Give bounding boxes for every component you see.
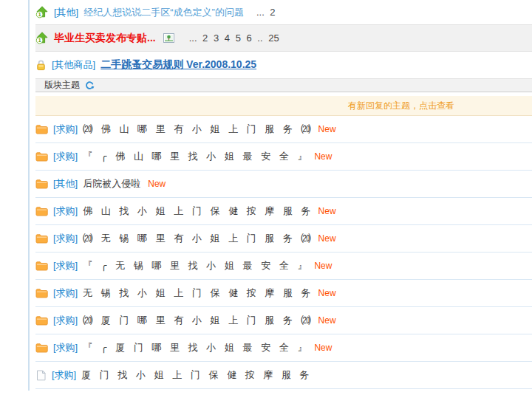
sticky-thread-row: 1 [其他] 经纪人想说说二手区“成色定义”的问题 ... 2 [35,0,532,24]
pagination-links[interactable]: ... 2 [256,7,276,18]
sticky-thread-row: [其他商品] 二手跳蚤交易规则 Ver.2008.10.25 [35,52,532,78]
thread-category-tag[interactable]: [求购] [53,259,78,272]
thread-title-link[interactable]: ⒇ 无 锡 哪 里 有 小 姐 上 门 服 务 ⒇ [83,232,310,245]
section-bar: 版块主题 [35,78,532,92]
svg-text:1: 1 [38,38,41,43]
section-title: 版块主题 [44,79,80,92]
thread-title-link[interactable]: 『 ╭ 无 锡 哪 里 找 小 姐 最 安 全 』 [83,259,307,272]
thread-title-link[interactable]: 经纪人想说说二手区“成色定义”的问题 [83,6,244,19]
new-replies-notice-text[interactable]: 有新回复的主题，点击查看 [348,100,454,112]
folder-new-icon [35,206,48,216]
thread-row: [其他] 后院被入侵啦 New [35,171,532,198]
thread-category-tag[interactable]: [求购] [53,341,78,354]
thread-row: [求购] ⒇ 无 锡 哪 里 有 小 姐 上 门 服 务 ⒇ New [35,225,532,253]
thread-category-tag[interactable]: [求购] [53,314,78,327]
svg-text:1: 1 [38,12,41,17]
new-badge[interactable]: New [318,233,336,244]
new-replies-notice-bar[interactable]: 有新回复的主题，点击查看 [35,96,532,116]
folder-new-icon [35,288,48,298]
thread-row: [求购] 佛 山 找 小 姐 上 门 保 健 按 摩 服 务 New [35,198,532,225]
thread-category-tag[interactable]: [其他商品] [52,58,95,72]
new-badge[interactable]: New [314,261,332,271]
folder-new-icon [35,261,48,271]
thread-row: [求购] 『 ╭ 厦 门 哪 里 找 小 姐 最 安 全 』 New [35,334,532,362]
lock-icon [35,59,47,71]
sticky-rows-container: 1 [其他] 经纪人想说说二手区“成色定义”的问题 ... 2 1 毕业生买卖发… [30,0,532,78]
thread-title-link[interactable]: 厦 门 找 小 姐 上 门 保 健 按 摩 服 务 [81,368,309,382]
forum-thread-list: 1 [其他] 经纪人想说说二手区“成色定义”的问题 ... 2 1 毕业生买卖发… [30,0,532,389]
thread-title-link[interactable]: 『 ╭ 佛 山 哪 里 找 小 姐 最 安 全 』 [83,150,307,163]
folder-read-icon [35,370,47,381]
thread-row: [求购] 『 ╭ 无 锡 哪 里 找 小 姐 最 安 全 』 New [35,253,532,280]
new-badge[interactable]: New [318,288,336,298]
thread-category-tag[interactable]: [求购] [53,123,78,136]
folder-new-icon [35,179,48,189]
thread-title-link[interactable]: 二手跳蚤交易规则 Ver.2008.10.25 [100,58,256,72]
folder-new-icon [35,151,48,162]
thread-row: [求购] 无 锡 找 小 姐 上 门 保 健 按 摩 服 务 New [35,280,532,307]
thread-title-link[interactable]: 后院被入侵啦 [83,177,140,190]
thread-rows-container: [求购] ⒇ 佛 山 哪 里 有 小 姐 上 门 服 务 ⒇ New [求购] … [30,116,532,389]
sticky-up-arrow-icon: 1 [35,32,49,44]
new-badge[interactable]: New [314,343,332,353]
new-badge[interactable]: New [148,179,166,189]
thread-category-tag[interactable]: [求购] [53,150,78,163]
thread-title-link[interactable]: 无 锡 找 小 姐 上 门 保 健 按 摩 服 务 [83,286,310,300]
thread-category-tag[interactable]: [求购] [52,368,76,382]
thread-category-tag[interactable]: [其他] [54,6,78,19]
sticky-up-arrow-icon: 1 [35,6,49,18]
new-badge[interactable]: New [318,206,336,216]
thread-category-tag[interactable]: [求购] [53,205,78,218]
thread-title-link[interactable]: ⒇ 厦 门 哪 里 有 小 姐 上 门 服 务 ⒇ [83,314,310,327]
folder-new-icon [35,233,48,244]
thread-row: [求购] ⒇ 佛 山 哪 里 有 小 姐 上 门 服 务 ⒇ New [35,116,532,143]
thread-title-link[interactable]: ⒇ 佛 山 哪 里 有 小 姐 上 门 服 务 ⒇ [83,123,310,136]
new-badge[interactable]: New [318,124,336,134]
new-badge[interactable]: New [314,151,332,162]
thread-category-tag[interactable]: [其他] [53,177,78,190]
new-badge[interactable]: New [318,315,336,326]
folder-new-icon [35,124,48,134]
folder-new-icon [35,343,48,353]
thread-row: [求购] 厦 门 找 小 姐 上 门 保 健 按 摩 服 务 [35,362,532,389]
thread-title-link[interactable]: 『 ╭ 厦 门 哪 里 找 小 姐 最 安 全 』 [83,341,307,354]
image-attachment-icon [163,33,174,43]
folder-new-icon [35,315,48,326]
thread-title-link[interactable]: 佛 山 找 小 姐 上 门 保 健 按 摩 服 务 [83,205,310,218]
refresh-icon[interactable] [84,80,95,91]
sticky-thread-row: 1 毕业生买卖发布专贴... ... 2 3 4 5 6 .. 25 [35,24,532,52]
thread-category-tag[interactable]: [求购] [53,232,78,245]
thread-title-link[interactable]: 毕业生买卖发布专贴... [54,32,156,45]
pagination-links[interactable]: ... 2 3 4 5 6 .. 25 [189,32,279,44]
thread-category-tag[interactable]: [求购] [53,286,78,300]
thread-row: [求购] 『 ╭ 佛 山 哪 里 找 小 姐 最 安 全 』 New [35,143,532,171]
thread-row: [求购] ⒇ 厦 门 哪 里 有 小 姐 上 门 服 务 ⒇ New [35,307,532,334]
